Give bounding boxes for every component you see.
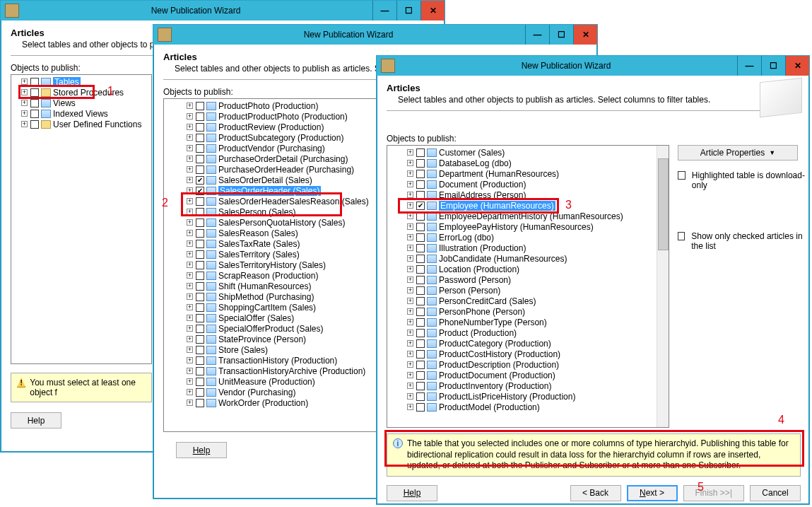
expand-icon[interactable]: + [407,202,413,209]
tree-item[interactable]: +ProductVendor (Purchasing) [165,143,380,153]
tree-item[interactable]: +Views [13,98,150,108]
highlighted-download-only-checkbox[interactable]: Highlighted table is download-only [678,170,805,190]
checkbox[interactable] [416,202,425,210]
close-button[interactable]: ✕ [420,1,445,21]
checkbox[interactable] [416,339,425,348]
expand-icon[interactable]: + [407,330,413,336]
checkbox[interactable] [196,325,204,333]
tree-item[interactable]: +ProductCostHistory (Production) [389,349,667,359]
checkbox[interactable] [196,367,204,375]
expand-icon[interactable]: + [407,223,413,230]
expand-icon[interactable]: + [21,121,28,127]
tree-item[interactable]: +ScrapReason (Production) [165,270,380,281]
checkbox[interactable] [196,240,204,248]
tree-item[interactable]: +Illustration (Production) [389,243,667,253]
checkbox[interactable] [416,170,425,178]
expand-icon[interactable]: + [407,245,413,251]
checkbox[interactable] [416,223,425,231]
tree-item[interactable]: +Location (Production) [389,264,667,274]
expand-icon[interactable]: + [187,378,193,385]
checkbox[interactable] [416,392,425,401]
tree-item[interactable]: +EmployeeDepartmentHistory (HumanResourc… [389,211,667,221]
expand-icon[interactable]: + [407,383,413,389]
maximize-button[interactable]: ☐ [396,1,420,21]
tree-item[interactable]: +PurchaseOrderDetail (Purchasing) [165,153,380,164]
expand-icon[interactable]: + [407,404,413,410]
minimize-button[interactable]: — [525,25,549,45]
tree-item[interactable]: +ShoppingCartItem (Sales) [165,302,380,313]
expand-icon[interactable]: + [407,340,413,346]
expand-icon[interactable]: + [21,78,28,85]
expand-icon[interactable]: + [407,351,413,357]
titlebar[interactable]: New Publication Wizard — ☐ ✕ [377,56,809,76]
checkbox[interactable] [196,187,204,195]
checkbox[interactable] [416,180,425,189]
expand-icon[interactable]: + [407,181,413,187]
help-button[interactable]: Help [11,412,61,429]
expand-icon[interactable]: + [187,156,193,162]
checkbox[interactable] [196,272,204,280]
maximize-button[interactable]: ☐ [761,56,785,76]
checkbox[interactable] [196,335,204,344]
expand-icon[interactable]: + [407,160,413,166]
expand-icon[interactable]: + [407,298,413,304]
checkbox[interactable] [196,293,204,301]
checkbox[interactable] [416,308,425,316]
expand-icon[interactable]: + [187,230,193,236]
checkbox[interactable] [30,88,39,97]
checkbox[interactable] [416,276,425,284]
expand-icon[interactable]: + [187,209,193,215]
expand-icon[interactable]: + [407,266,413,272]
expand-icon[interactable]: + [187,240,193,247]
tree-item[interactable]: +EmailAddress (Person) [389,190,667,200]
minimize-button[interactable]: — [737,56,761,76]
checkbox[interactable] [196,229,204,238]
tree-item[interactable]: +Department (HumanResources) [389,168,667,179]
expand-icon[interactable]: + [187,187,193,194]
expand-icon[interactable]: + [407,170,413,177]
scrollbar-thumb[interactable] [658,158,669,250]
checkbox[interactable] [196,144,204,153]
expand-icon[interactable]: + [187,134,193,141]
checkbox[interactable] [196,165,204,174]
expand-icon[interactable]: + [187,293,193,300]
minimize-button[interactable]: — [372,1,396,21]
tree-item[interactable]: +Employee (HumanResources) [389,200,667,211]
tree-item[interactable]: +SalesReason (Sales) [165,228,380,238]
checkbox[interactable] [416,212,425,221]
checkbox[interactable] [416,371,425,380]
checkbox[interactable] [196,102,204,110]
checkbox[interactable] [196,378,204,386]
checkbox[interactable] [196,208,204,216]
checkbox[interactable] [196,218,204,227]
checkbox[interactable] [196,399,204,407]
tree-item[interactable]: +EmployeePayHistory (HumanResources) [389,221,667,232]
expand-icon[interactable]: + [407,213,413,219]
checkbox[interactable] [416,233,425,242]
expand-icon[interactable]: + [407,319,413,325]
checkbox[interactable] [30,99,39,107]
tree-item[interactable]: +SalesPersonQuotaHistory (Sales) [165,217,380,228]
checkbox[interactable] [416,191,425,199]
scrollbar[interactable] [657,146,669,427]
expand-icon[interactable]: + [187,389,193,395]
expand-icon[interactable]: + [21,89,28,95]
expand-icon[interactable]: + [187,166,193,173]
tree-item[interactable]: +Product (Production) [389,327,667,338]
checkbox[interactable] [30,110,39,118]
tree-item[interactable]: +PersonCreditCard (Sales) [389,296,667,306]
tree-item[interactable]: +JobCandidate (HumanResources) [389,253,667,264]
tree-item[interactable]: +PurchaseOrderHeader (Purchasing) [165,164,380,175]
expand-icon[interactable]: + [407,276,413,283]
tree-item[interactable]: +UnitMeasure (Production) [165,376,380,387]
tree-item[interactable]: +DatabaseLog (dbo) [389,158,667,168]
expand-icon[interactable]: + [407,361,413,368]
tree-item[interactable]: +ProductListPriceHistory (Production) [389,391,667,402]
checkbox[interactable] [416,297,425,305]
expand-icon[interactable]: + [187,103,193,109]
checkbox[interactable] [416,350,425,359]
tree-item[interactable]: +StateProvince (Person) [165,334,380,344]
expand-icon[interactable]: + [187,346,193,353]
checkbox[interactable] [196,250,204,259]
tree-item[interactable]: +Person (Person) [389,285,667,296]
